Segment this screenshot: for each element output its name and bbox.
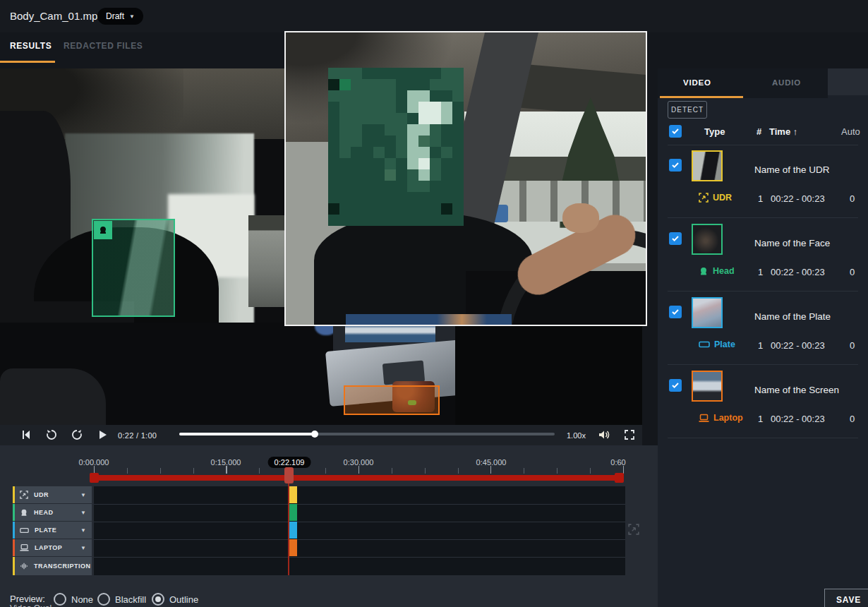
detection-time-range[interactable]: 00:22 - 00:23 [771, 267, 825, 277]
detection-type-label: Head [713, 266, 735, 276]
current-time-badge: 0:22.109 [268, 457, 311, 468]
preview-label: Preview: [10, 594, 45, 604]
select-all-checkbox[interactable] [669, 125, 682, 138]
timeline-lanes[interactable] [94, 486, 625, 575]
track-color-stripe [13, 486, 15, 503]
column-header-count: # [757, 126, 761, 137]
item-checkbox[interactable] [669, 232, 682, 245]
detection-auto: 0 [850, 193, 855, 204]
playhead-marker[interactable] [284, 467, 294, 483]
tab-results[interactable]: RESULTS [10, 41, 52, 51]
file-title: Body_Cam_01.mp4 [10, 10, 104, 22]
overlay-laptop-screen [346, 314, 512, 326]
time-display: 0:22 / 1:00 [118, 431, 157, 440]
detection-item-head[interactable]: Name of the Face Head 1 00:22 - 00:23 0 [658, 218, 868, 292]
tab-redacted-files[interactable]: REDACTED FILES [64, 41, 143, 51]
detect-button[interactable]: DETECT [668, 101, 707, 119]
track-label: PLATE [35, 527, 56, 534]
radio-none-label[interactable]: None [71, 594, 93, 605]
radio-none[interactable] [54, 593, 66, 606]
waveform-icon [20, 562, 28, 570]
detection-name: Name of the Screen [754, 385, 839, 395]
detection-type-label: Laptop [713, 413, 743, 423]
chevron-down-icon[interactable]: ▼ [80, 492, 86, 498]
panel-active-tab-underline [660, 96, 743, 98]
plate-icon [699, 340, 710, 349]
detection-time-range[interactable]: 00:22 - 00:23 [771, 340, 825, 351]
playback-speed[interactable]: 1.00x [567, 431, 586, 440]
item-checkbox[interactable] [669, 159, 682, 172]
check-icon [671, 161, 680, 169]
detection-name: Name of the UDR [754, 164, 830, 175]
track-transcription[interactable]: TRANSCRIPTION [13, 557, 92, 575]
head-box-chip [94, 221, 112, 239]
detection-thumbnail[interactable] [692, 224, 723, 255]
playhead-line [288, 483, 289, 575]
fullscreen-icon[interactable] [624, 429, 635, 440]
range-handle-right[interactable] [615, 473, 624, 483]
track-label: UDR [34, 491, 49, 498]
scene-seat-bottom [0, 368, 106, 425]
radio-outline[interactable] [152, 593, 164, 606]
track-label: HEAD [34, 509, 54, 516]
tab-video[interactable]: VIDEO [683, 78, 711, 87]
chevron-down-icon[interactable]: ▼ [80, 527, 86, 534]
chevron-down-icon[interactable]: ▼ [80, 510, 86, 516]
head-detection-box[interactable] [92, 219, 175, 317]
detection-item-laptop[interactable]: Name of the Screen Laptop 1 00:22 - 00:2… [658, 365, 868, 438]
laptop-detection-box[interactable] [344, 385, 440, 415]
track-plate[interactable]: PLATE ▼ [13, 522, 92, 539]
detection-auto: 0 [850, 414, 855, 424]
radio-blackfill[interactable] [97, 593, 110, 606]
play-button[interactable] [96, 428, 109, 441]
column-header-time-sort[interactable]: Time ↑ [769, 126, 797, 137]
detection-thumbnail[interactable] [692, 150, 723, 181]
volume-icon[interactable] [598, 428, 610, 441]
detection-type-label: Plate [714, 339, 735, 349]
udr-icon [20, 491, 28, 499]
seek-bar-fill [179, 433, 315, 435]
detection-item-plate[interactable]: Name of the Plate Plate 1 00:22 - 00:23 … [658, 292, 868, 365]
detection-item-udr[interactable]: Name of the UDR UDR 1 00:22 - 00:23 0 [658, 145, 868, 218]
track-head[interactable]: HEAD ▼ [13, 504, 92, 521]
laptop-icon [20, 543, 29, 552]
item-checkbox[interactable] [669, 306, 682, 318]
track-udr[interactable]: UDR ▼ [13, 486, 92, 503]
check-icon [671, 127, 680, 136]
skip-previous-button[interactable] [20, 428, 32, 441]
status-dropdown[interactable]: Draft ▼ [97, 8, 143, 25]
radio-blackfill-label[interactable]: Blackfill [115, 594, 146, 605]
zoom-preview-overlay[interactable] [284, 31, 647, 326]
scene-building [248, 215, 284, 307]
seek-bar-thumb[interactable] [311, 431, 318, 438]
save-button[interactable]: SAVE [824, 589, 868, 607]
replay-10-button[interactable] [45, 428, 58, 441]
head-icon [699, 266, 709, 276]
active-tab-underline [0, 61, 55, 63]
lane-separator [94, 504, 625, 505]
detection-auto: 0 [850, 340, 855, 351]
track-color-stripe [13, 557, 15, 575]
forward-10-button[interactable] [71, 428, 83, 441]
timeline-range-bar[interactable] [94, 475, 624, 481]
app-window: Body_Cam_01.mp4 Draft ▼ RESULTS REDACTED… [0, 0, 868, 607]
item-checkbox[interactable] [669, 379, 682, 392]
panel-tabs-spacer [828, 68, 868, 95]
divider [668, 438, 858, 438]
track-label: TRANSCRIPTION [34, 563, 91, 570]
detection-time-range[interactable]: 00:22 - 00:23 [771, 414, 825, 424]
column-header-auto: Auto [841, 126, 860, 137]
radio-outline-label[interactable]: Outline [169, 594, 198, 605]
tab-audio[interactable]: AUDIO [772, 78, 801, 87]
head-icon [20, 508, 28, 517]
detection-thumbnail[interactable] [692, 297, 723, 328]
detection-time-range[interactable]: 00:22 - 00:23 [771, 193, 825, 204]
pixelated-redaction-region [328, 68, 464, 226]
range-handle-left[interactable] [90, 473, 99, 483]
overlay-driver-hand [562, 203, 599, 233]
detection-count: 1 [758, 340, 763, 351]
detection-thumbnail[interactable] [692, 371, 723, 402]
chevron-down-icon[interactable]: ▼ [80, 545, 86, 551]
udr-ghost-icon [628, 524, 639, 535]
track-laptop[interactable]: LAPTOP ▼ [13, 539, 92, 556]
